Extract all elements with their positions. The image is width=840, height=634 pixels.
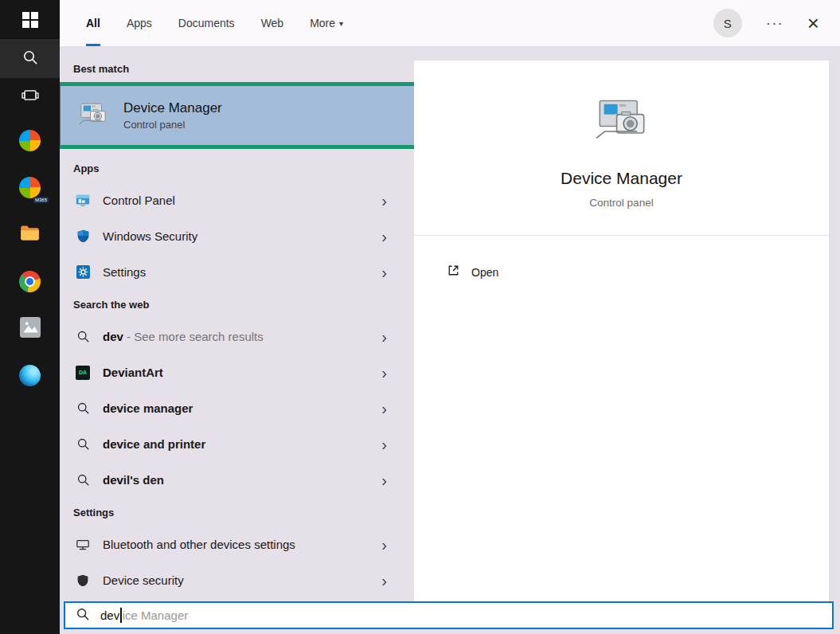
preview-subtitle: Control panel xyxy=(589,197,653,209)
best-match-item-device-manager[interactable]: Device Manager Control panel xyxy=(61,86,436,145)
m365-badge: M365 xyxy=(33,197,49,203)
tab-more[interactable]: More ▾ xyxy=(310,0,343,46)
typed-query: dev xyxy=(100,609,119,622)
header-right-controls: S ··· × xyxy=(713,9,819,37)
chevron-right-icon[interactable]: › xyxy=(381,401,387,417)
web-section-label: Search the web xyxy=(60,290,414,319)
windows-logo-icon xyxy=(22,12,38,28)
search-query-text: dev ice Manager xyxy=(100,608,188,623)
preview-title: Device Manager xyxy=(561,169,682,188)
search-header: All Apps Documents Web More ▾ S ··· × xyxy=(60,0,840,46)
office-icon xyxy=(19,130,41,151)
device-manager-icon xyxy=(76,100,110,131)
web-suggestion-device-and-printer[interactable]: device and printer › xyxy=(60,426,414,462)
start-button[interactable] xyxy=(0,0,60,39)
chrome-icon xyxy=(19,271,41,292)
edge-icon xyxy=(19,365,41,386)
apps-section-label: Apps xyxy=(60,154,414,182)
chevron-right-icon[interactable]: › xyxy=(381,365,387,381)
close-icon[interactable]: × xyxy=(807,13,819,33)
microsoft-365-icon xyxy=(19,177,41,198)
chevron-right-icon[interactable]: › xyxy=(381,193,387,209)
edge-app-button[interactable] xyxy=(0,352,60,399)
result-item-windows-security[interactable]: Windows Security › xyxy=(60,218,414,254)
photos-app-button[interactable] xyxy=(0,305,60,352)
more-options-icon[interactable]: ··· xyxy=(766,14,783,32)
chevron-right-icon[interactable]: › xyxy=(381,229,387,245)
search-icon xyxy=(73,401,92,415)
chevron-right-icon[interactable]: › xyxy=(381,264,387,280)
preview-pane: Device Manager Control panel Open xyxy=(414,61,829,601)
shield-icon xyxy=(73,229,92,243)
best-match-subtitle: Control panel xyxy=(123,119,222,131)
best-match-title: Device Manager xyxy=(123,100,222,116)
shield-icon xyxy=(73,574,92,587)
device-manager-icon xyxy=(591,94,653,148)
search-results-panel: Best match Device Manager Control panel … xyxy=(60,46,414,596)
task-view-icon xyxy=(21,88,39,108)
search-icon xyxy=(76,607,90,624)
tab-apps[interactable]: Apps xyxy=(127,0,152,46)
web-suggestion-device-manager[interactable]: device manager › xyxy=(60,390,414,426)
settings-section-label: Settings xyxy=(60,498,414,526)
tab-all[interactable]: All xyxy=(86,0,100,46)
web-suggestion-dev[interactable]: dev - See more search results › xyxy=(60,319,414,354)
web-suggestion-devils-den[interactable]: devil's den › xyxy=(60,462,414,498)
result-item-device-security[interactable]: Device security › xyxy=(60,562,414,598)
photos-icon xyxy=(20,317,41,341)
annotation-highlight-box: Device Manager Control panel xyxy=(57,82,440,149)
folder-icon xyxy=(19,222,41,247)
tab-web[interactable]: Web xyxy=(261,0,284,46)
gear-icon xyxy=(73,265,92,279)
search-icon xyxy=(73,330,92,343)
search-input[interactable]: dev ice Manager xyxy=(64,601,834,629)
control-panel-icon xyxy=(73,194,92,208)
divider xyxy=(414,235,829,236)
office-app-button[interactable] xyxy=(0,117,60,164)
best-match-text: Device Manager Control panel xyxy=(123,100,222,131)
best-match-label: Best match xyxy=(60,59,414,78)
taskbar-search-button[interactable] xyxy=(0,39,60,78)
chevron-right-icon[interactable]: › xyxy=(381,472,387,488)
search-filter-tabs: All Apps Documents Web More ▾ xyxy=(86,0,343,46)
folder-app-button[interactable] xyxy=(0,211,60,258)
microsoft-365-app-button[interactable]: M365 xyxy=(0,164,60,211)
chevron-right-icon[interactable]: › xyxy=(381,573,387,589)
chevron-right-icon[interactable]: › xyxy=(381,537,387,553)
open-label: Open xyxy=(471,266,498,279)
task-view-button[interactable] xyxy=(0,78,60,117)
devices-icon xyxy=(73,538,92,552)
deviantart-icon: DA xyxy=(73,366,92,380)
web-suggestion-deviantart[interactable]: DA DeviantArt › xyxy=(60,354,414,390)
text-cursor xyxy=(120,608,122,623)
search-icon xyxy=(22,49,38,68)
avatar[interactable]: S xyxy=(713,9,742,37)
windows-search-screen: M365 All Apps Documents Web More xyxy=(0,0,840,634)
search-icon xyxy=(73,473,92,487)
search-icon xyxy=(73,437,92,451)
chrome-app-button[interactable] xyxy=(0,258,60,305)
open-action[interactable]: Open xyxy=(446,263,498,281)
inline-suggestion: ice Manager xyxy=(123,609,189,622)
chevron-right-icon[interactable]: › xyxy=(381,436,387,452)
taskbar: M365 xyxy=(0,0,60,634)
result-item-bluetooth-devices-settings[interactable]: Bluetooth and other devices settings › xyxy=(60,526,414,562)
chevron-right-icon[interactable]: › xyxy=(381,329,387,345)
tab-documents[interactable]: Documents xyxy=(178,0,235,46)
result-item-settings[interactable]: Settings › xyxy=(60,254,414,290)
open-external-icon xyxy=(446,263,461,281)
result-item-control-panel[interactable]: Control Panel › xyxy=(60,182,414,218)
chevron-down-icon: ▾ xyxy=(339,19,343,28)
